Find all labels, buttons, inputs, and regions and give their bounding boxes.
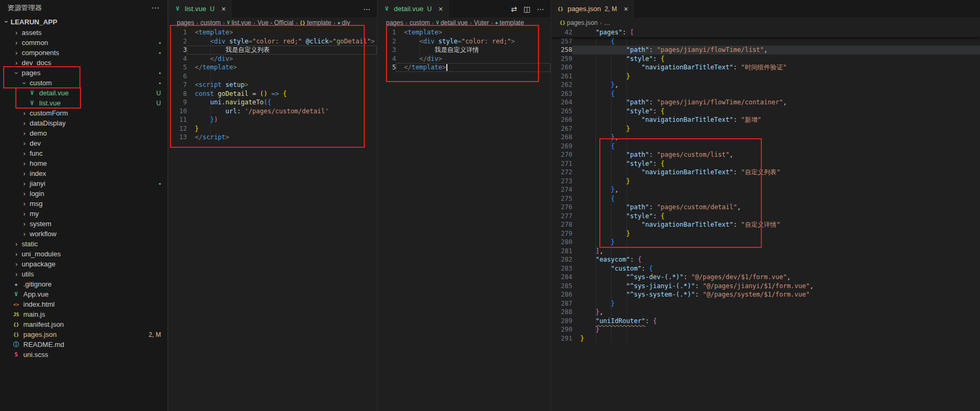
git-file-icon: ◆ bbox=[12, 282, 20, 287]
tree-item-README.md[interactable]: ⓘREADME.md bbox=[0, 339, 167, 350]
tab-git-badge: U bbox=[210, 5, 214, 13]
vue-file-icon: V bbox=[383, 6, 391, 12]
more-icon[interactable]: ⋯ bbox=[363, 5, 371, 13]
breadcrumb-item-Vue - Official[interactable]: Vue - Official bbox=[257, 19, 293, 26]
breadcrumb-item-pages[interactable]: pages bbox=[386, 19, 403, 26]
tree-item-dataDisplay[interactable]: ›dataDisplay bbox=[0, 118, 167, 128]
tree-item-label: custom bbox=[30, 79, 52, 87]
tree-item-system[interactable]: ›system bbox=[0, 219, 167, 229]
breadcrumb-item-Vuter[interactable]: Vuter bbox=[474, 19, 489, 26]
vue-file-icon: V bbox=[28, 90, 36, 96]
breadcrumb-item-custom[interactable]: custom bbox=[200, 19, 221, 26]
code-text: </script> bbox=[187, 133, 377, 142]
tree-item-pages.json[interactable]: {}pages.json2, M bbox=[0, 329, 167, 339]
code-editor[interactable]: 42 "pages": [ 257 {258 "path": "pages/ji… bbox=[551, 28, 980, 411]
chevron-right-icon: › bbox=[20, 200, 29, 208]
tree-item-utils[interactable]: ›utils bbox=[0, 269, 167, 279]
tree-item-.gitignore[interactable]: ◆.gitignore bbox=[0, 279, 167, 289]
tree-item-App.vue[interactable]: VApp.vue bbox=[0, 289, 167, 299]
breadcrumb-separator: › bbox=[600, 20, 602, 26]
git-status-badge: 2, M bbox=[149, 331, 161, 338]
tree-item-list.vue[interactable]: Vlist.vueU bbox=[0, 98, 167, 108]
breadcrumb-item-list.vue[interactable]: Vlist.vue bbox=[227, 19, 251, 26]
code-text: { bbox=[572, 142, 980, 151]
code-line: 291} bbox=[551, 334, 980, 343]
line-number: 279 bbox=[551, 229, 572, 238]
breadcrumb-item-custom[interactable]: custom bbox=[409, 19, 430, 26]
code-editor[interactable]: 1<template>2 <div style="color: red;">3 … bbox=[377, 28, 551, 411]
tree-item-index.html[interactable]: <>index.html bbox=[0, 299, 167, 309]
tree-item-unpackage[interactable]: ›unpackage bbox=[0, 259, 167, 269]
chevron-right-icon: › bbox=[20, 170, 29, 177]
tree-item-msg[interactable]: ›msg bbox=[0, 199, 167, 209]
tree-item-label: dev bbox=[30, 139, 41, 147]
tree-item-custom[interactable]: ›custom● bbox=[0, 78, 167, 88]
tree-item-common[interactable]: ›common● bbox=[0, 38, 167, 48]
close-icon[interactable]: × bbox=[438, 5, 443, 13]
vue-icon: V bbox=[436, 20, 439, 25]
breadcrumb-item-pages[interactable]: pages bbox=[177, 19, 194, 26]
breadcrumb-item-div[interactable]: ◈div bbox=[337, 19, 350, 26]
open-changes-icon[interactable]: ⇄ bbox=[511, 5, 517, 13]
tree-item-jianyi[interactable]: ›jianyi● bbox=[0, 178, 167, 189]
tab-pages.json[interactable]: {}pages.json2, M× bbox=[551, 0, 634, 17]
breadcrumb-separator: › bbox=[254, 20, 256, 26]
code-editor[interactable]: 1<template>2 <div style="color: red;" @c… bbox=[168, 28, 377, 411]
tree-item-assets[interactable]: ›assets bbox=[0, 28, 167, 38]
breadcrumb-label: div bbox=[342, 19, 350, 26]
tab-detail.vue[interactable]: Vdetail.vueU× bbox=[377, 0, 449, 17]
tree-item-login[interactable]: ›login bbox=[0, 189, 167, 199]
code-text: }) bbox=[187, 115, 377, 124]
code-text: 我是自定义详情 bbox=[396, 46, 551, 55]
code-text: url: '/pages/custom/detail' bbox=[187, 107, 377, 116]
breadcrumb-item-detail.vue[interactable]: Vdetail.vue bbox=[436, 19, 468, 26]
tree-item-dev[interactable]: ›dev bbox=[0, 138, 167, 148]
tree-item-dev_docs[interactable]: ›dev_docs bbox=[0, 58, 167, 68]
line-number: 286 bbox=[551, 290, 572, 299]
code-line: 9 uni.navigateTo({ bbox=[168, 98, 377, 107]
more-actions-icon[interactable]: ⋯ bbox=[151, 3, 160, 13]
code-line: 262 }, bbox=[551, 81, 980, 90]
tree-item-index[interactable]: ›index bbox=[0, 168, 167, 178]
breadcrumb-item-pages.json[interactable]: {}pages.json bbox=[560, 19, 598, 26]
scss-file-icon: S bbox=[12, 352, 20, 358]
code-text: 我是自定义列表 bbox=[187, 46, 377, 55]
breadcrumb-label: Vue - Official bbox=[257, 19, 293, 26]
tree-item-label: assets bbox=[22, 29, 42, 37]
tree-item-manifest.json[interactable]: {}manifest.json bbox=[0, 319, 167, 329]
tree-item-label: system bbox=[30, 220, 51, 228]
line-number: 5 bbox=[377, 63, 396, 72]
tree-item-uni.scss[interactable]: Suni.scss bbox=[0, 350, 167, 360]
tree-item-func[interactable]: ›func bbox=[0, 148, 167, 158]
breadcrumb-item-template[interactable]: ◈template bbox=[495, 19, 524, 26]
tree-item-my[interactable]: ›my bbox=[0, 209, 167, 219]
tree-item-pages[interactable]: ›pages● bbox=[0, 68, 167, 78]
code-line: 260 "navigationBarTitleText": "时间组件验证" bbox=[551, 63, 980, 72]
tab-list.vue[interactable]: Vlist.vueU× bbox=[168, 0, 231, 17]
tree-item-label: main.js bbox=[23, 310, 45, 318]
close-icon[interactable]: × bbox=[221, 5, 226, 13]
line-number: 272 bbox=[551, 168, 572, 177]
more-icon[interactable]: ⋯ bbox=[537, 5, 544, 13]
breadcrumb-item-template[interactable]: {}template bbox=[300, 19, 331, 26]
code-text: "easycom": { bbox=[572, 255, 980, 264]
chevron-right-icon: › bbox=[20, 180, 29, 187]
tree-item-demo[interactable]: ›demo bbox=[0, 128, 167, 138]
editor-pane-detail-vue: Vdetail.vueU× ⇄◫⋯ pages›custom›Vdetail.v… bbox=[377, 0, 551, 411]
breadcrumb-item-…[interactable]: … bbox=[604, 19, 610, 26]
code-line: 290 } bbox=[551, 325, 980, 334]
code-line: 268 }, bbox=[551, 133, 980, 142]
close-icon[interactable]: × bbox=[624, 5, 628, 13]
tree-item-detail.vue[interactable]: Vdetail.vueU bbox=[0, 88, 167, 98]
project-root-row[interactable]: › LEARUN_APP bbox=[0, 16, 167, 28]
modified-dot-icon: ● bbox=[159, 182, 161, 185]
tree-item-workflow[interactable]: ›workflow bbox=[0, 229, 167, 239]
tree-item-static[interactable]: ›static bbox=[0, 239, 167, 249]
line-number: 263 bbox=[551, 90, 572, 99]
tree-item-components[interactable]: ›components● bbox=[0, 48, 167, 58]
tree-item-uni_modules[interactable]: ›uni_modules bbox=[0, 249, 167, 259]
split-editor-icon[interactable]: ◫ bbox=[524, 5, 531, 13]
tree-item-home[interactable]: ›home bbox=[0, 158, 167, 168]
tree-item-customForm[interactable]: ›customForm bbox=[0, 108, 167, 118]
tree-item-main.js[interactable]: JSmain.js bbox=[0, 309, 167, 319]
